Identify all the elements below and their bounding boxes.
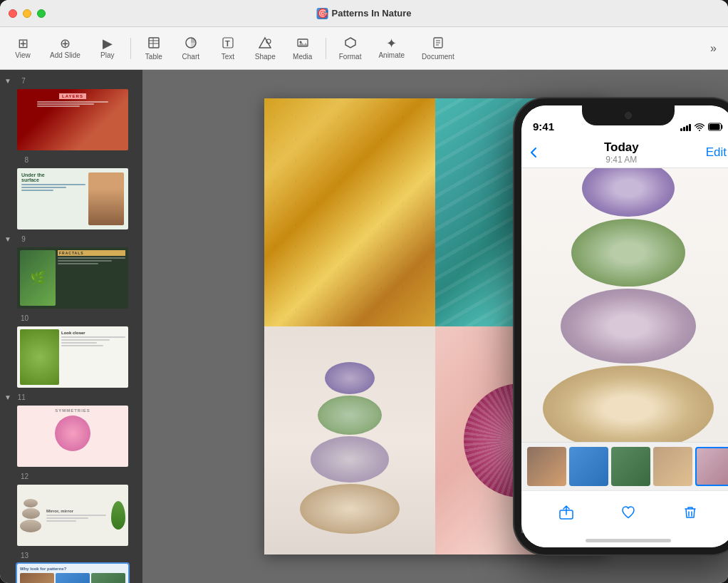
view-button[interactable]: ⊞ View xyxy=(6,30,40,67)
strip-thumb-2[interactable] xyxy=(569,447,608,486)
app-window: 🎯 Patterns In Nature ⊞ View ⊕ Add Slide … xyxy=(0,0,728,583)
slide-number-11: 11 xyxy=(14,393,26,401)
urchin-base xyxy=(300,484,400,534)
photos-edit-button[interactable]: Edit xyxy=(706,145,727,160)
slide-thumbnail-9[interactable]: 🌿 FRACTALS xyxy=(16,246,130,310)
svg-text:T: T xyxy=(225,39,230,48)
arrow-icon-7: ▼ xyxy=(4,77,11,85)
text-button[interactable]: T Text xyxy=(211,30,245,67)
strip-thumb-4[interactable] xyxy=(653,447,692,486)
add-slide-button[interactable]: ⊕ Add Slide xyxy=(43,30,88,67)
svg-marker-11 xyxy=(345,38,355,48)
media-button[interactable]: Media xyxy=(286,30,320,67)
slide-header-11: ▼ 11 xyxy=(0,392,142,403)
animate-icon: ✦ xyxy=(386,37,397,50)
status-time: 9:41 xyxy=(533,120,554,133)
slide-thumbnail-11[interactable]: SYMMETRIES xyxy=(16,404,130,468)
slide-thumbnail-13[interactable]: Why look for patterns? xyxy=(16,562,130,583)
slide-group-12: 12 Mirror, mirror xyxy=(0,471,142,547)
canvas-image-honeycomb xyxy=(264,98,435,326)
toolbar-more-button[interactable]: » xyxy=(704,39,722,58)
chart-icon xyxy=(184,36,197,51)
photos-nav: Today 9:41 AM Edit xyxy=(521,137,728,168)
slide-group-9: ▼ 9 🌿 FRACTALS xyxy=(0,234,142,310)
slide-thumbnail-7[interactable]: LAYERS xyxy=(16,88,130,152)
minimize-button[interactable] xyxy=(23,9,31,18)
slide-header-10: 10 xyxy=(0,313,142,324)
photos-nav-center: Today 9:41 AM xyxy=(537,140,706,165)
document-button[interactable]: Document xyxy=(415,30,462,67)
slide-group-8: 8 Under thesurface xyxy=(0,155,142,231)
arrow-icon-11: ▼ xyxy=(4,393,11,401)
strip-thumb-5-active[interactable] xyxy=(695,447,728,486)
toolbar-separator-2 xyxy=(326,38,326,59)
view-icon: ⊞ xyxy=(18,37,28,50)
toolbar-separator xyxy=(130,38,131,59)
slide-thumbnail-8[interactable]: Under thesurface xyxy=(16,167,130,231)
toolbar: ⊞ View ⊕ Add Slide ▶ Play Table xyxy=(0,27,728,70)
main-urchin-3 xyxy=(561,289,696,363)
strip-thumb-1[interactable] xyxy=(527,447,566,486)
media-icon xyxy=(296,36,309,51)
slide-number-12: 12 xyxy=(17,473,28,480)
slide-number-10: 10 xyxy=(17,314,28,322)
slide-header-13: 13 xyxy=(0,550,142,561)
titlebar: 🎯 Patterns In Nature xyxy=(0,0,728,27)
slide-number-8: 8 xyxy=(17,156,28,164)
slide-header-12: 12 xyxy=(0,471,142,482)
add-slide-icon: ⊕ xyxy=(60,37,71,50)
slide-number-9: 9 xyxy=(14,235,26,243)
slide-group-7: ▼ 7 LAYERS xyxy=(0,76,142,152)
format-button[interactable]: Format xyxy=(332,30,369,67)
signal-icon xyxy=(680,124,691,131)
urchin-third xyxy=(311,436,389,483)
close-button[interactable] xyxy=(9,9,17,18)
main-area: ▼ 7 LAYERS 8 xyxy=(0,70,728,583)
slide-number-13: 13 xyxy=(17,552,28,559)
slide-group-10: 10 Look closer xyxy=(0,313,142,389)
slide-panel: ▼ 7 LAYERS 8 xyxy=(0,70,142,583)
shape-icon xyxy=(259,36,271,51)
table-button[interactable]: Table xyxy=(137,30,171,67)
urchin-photo-display xyxy=(521,168,728,442)
thumbnail-strip xyxy=(521,442,728,490)
slide-group-13: 13 Why look for patterns? xyxy=(0,550,142,583)
play-icon: ▶ xyxy=(103,37,113,50)
play-button[interactable]: ▶ Play xyxy=(90,30,125,67)
main-urchin-4 xyxy=(543,366,714,443)
document-icon xyxy=(432,36,444,51)
slide-header-7: ▼ 7 xyxy=(0,76,142,86)
strip-thumb-3[interactable] xyxy=(611,447,650,486)
iphone-notch xyxy=(582,105,675,125)
iphone-camera xyxy=(625,112,632,119)
canvas-image-urchins xyxy=(264,326,435,554)
text-icon: T xyxy=(222,36,234,51)
maximize-button[interactable] xyxy=(37,9,46,18)
iphone-bottom-toolbar xyxy=(521,490,728,533)
chart-button[interactable]: Chart xyxy=(174,30,208,67)
main-urchin-stack xyxy=(543,168,714,442)
main-urchin-2 xyxy=(571,219,685,287)
svg-rect-0 xyxy=(149,38,159,48)
svg-rect-17 xyxy=(709,124,720,130)
table-icon xyxy=(147,36,160,51)
shape-button[interactable]: Shape xyxy=(248,30,283,67)
photos-back-button[interactable] xyxy=(530,147,537,158)
share-button[interactable] xyxy=(551,497,582,528)
main-urchin-1 xyxy=(582,168,675,217)
animate-button[interactable]: ✦ Animate xyxy=(371,30,412,67)
keynote-icon: 🎯 xyxy=(317,8,328,19)
iphone-mockup: 9:41 xyxy=(514,98,728,554)
wifi-icon xyxy=(695,123,704,133)
slide-thumbnail-12[interactable]: Mirror, mirror xyxy=(16,483,130,547)
urchin-stack xyxy=(300,362,400,534)
arrow-icon-9: ▼ xyxy=(4,235,11,243)
canvas-area: 9:41 xyxy=(142,70,728,583)
slide-thumbnail-10[interactable]: Look closer xyxy=(16,325,130,389)
iphone-screen: 9:41 xyxy=(521,105,728,547)
iphone-device: 9:41 xyxy=(514,98,728,554)
like-button[interactable] xyxy=(613,497,644,528)
iphone-home-indicator xyxy=(521,533,728,547)
window-title: 🎯 Patterns In Nature xyxy=(317,8,412,19)
delete-button[interactable] xyxy=(675,497,706,528)
